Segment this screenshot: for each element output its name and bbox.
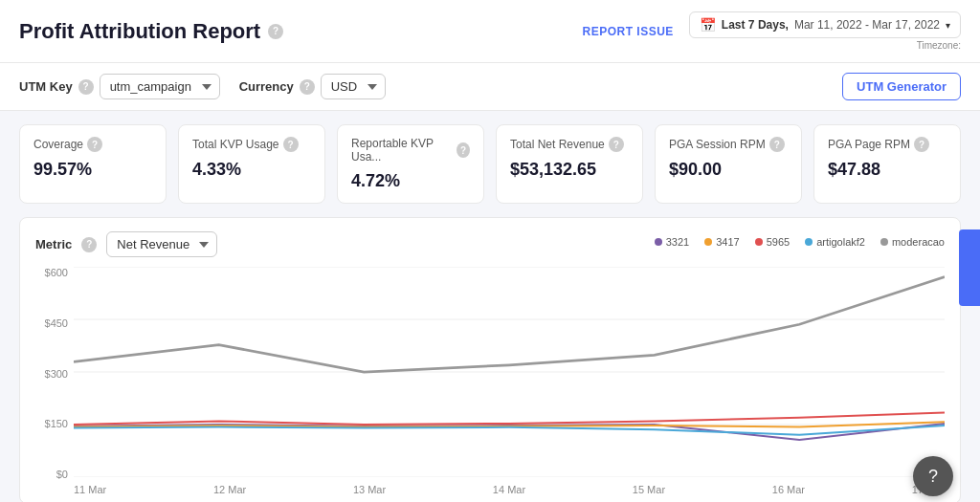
utm-key-group: UTM Key ? utm_campaign <box>19 74 220 99</box>
date-range-dates: Mar 11, 2022 - Mar 17, 2022 <box>794 18 940 32</box>
y-axis-label: $450 <box>35 317 68 329</box>
page-container: Profit Attribution Report ? REPORT ISSUE… <box>0 0 980 502</box>
x-axis-label: 16 Mar <box>772 484 805 495</box>
y-axis: $600$450$300$150$0 <box>35 267 74 502</box>
chart-line-moderacao <box>74 277 945 372</box>
utm-key-label: UTM Key <box>19 79 73 94</box>
legend-item: 5965 <box>755 236 790 248</box>
metric-help-icon[interactable]: ? <box>283 137 299 152</box>
legend-dot <box>805 238 813 246</box>
header-right: REPORT ISSUE 📅 Last 7 Days, Mar 11, 2022… <box>583 11 962 51</box>
legend-dot <box>655 238 662 246</box>
calendar-icon: 📅 <box>700 17 716 33</box>
legend-label: moderacao <box>892 236 945 248</box>
chart-legend: 332134175965artigolakf2moderacao <box>655 236 945 248</box>
x-axis-label: 14 Mar <box>493 484 525 495</box>
metric-card-title: Reportable KVP Usa... <box>351 137 453 164</box>
metric-card-header: Coverage ? <box>33 137 152 152</box>
metric-card-value: $53,132.65 <box>510 160 629 180</box>
legend-item: artigolakf2 <box>805 236 865 248</box>
metric-card-value: 4.33% <box>192 160 311 180</box>
metric-card: Reportable KVP Usa... ? 4.72% <box>337 124 484 204</box>
metric-help-icon[interactable]: ? <box>914 137 929 152</box>
metric-card-header: Total Net Revenue ? <box>510 137 629 152</box>
metric-card-title: PGA Session RPM <box>669 138 766 151</box>
metric-card: Total KVP Usage ? 4.33% <box>178 124 325 204</box>
metric-card-value: $47.88 <box>828 160 947 180</box>
legend-label: 3321 <box>666 236 689 248</box>
chart-area: 11 Mar12 Mar13 Mar14 Mar15 Mar16 Mar17 M… <box>74 267 945 502</box>
y-axis-label: $0 <box>35 469 68 480</box>
chart-svg <box>74 267 945 477</box>
page-title: Profit Attribution Report <box>19 19 260 44</box>
x-axis-label: 13 Mar <box>353 484 386 495</box>
metric-card: PGA Session RPM ? $90.00 <box>655 124 802 204</box>
y-axis-label: $600 <box>35 267 68 278</box>
metric-card-header: Reportable KVP Usa... ? <box>351 137 470 164</box>
y-axis-label: $150 <box>35 418 68 429</box>
toolbar-left: UTM Key ? utm_campaign Currency ? USD <box>19 74 386 99</box>
chart-body: $600$450$300$150$0 11 Mar12 Mar13 Mar14 … <box>35 267 945 502</box>
date-period-label: Last 7 Days, <box>722 18 789 32</box>
x-axis: 11 Mar12 Mar13 Mar14 Mar15 Mar16 Mar17 M… <box>74 480 945 502</box>
currency-help-icon[interactable]: ? <box>300 79 315 95</box>
metric-card-header: PGA Session RPM ? <box>669 137 788 152</box>
chevron-down-icon: ▾ <box>946 20 950 31</box>
header-left: Profit Attribution Report ? <box>19 19 283 44</box>
metric-card-value: $90.00 <box>669 160 788 180</box>
metric-card: PGA Page RPM ? $47.88 <box>813 124 961 204</box>
x-axis-label: 15 Mar <box>633 484 665 495</box>
y-axis-label: $300 <box>35 368 68 380</box>
metric-card-value: 99.57% <box>33 160 152 180</box>
fab-button[interactable]: ? <box>913 456 953 496</box>
legend-item: 3417 <box>704 236 739 248</box>
legend-dot <box>755 238 763 246</box>
currency-select[interactable]: USD <box>321 74 386 99</box>
currency-group: Currency ? USD <box>239 74 386 99</box>
chart-section: Metric ? Net Revenue 332134175965artigol… <box>19 217 961 502</box>
metric-label: Metric <box>35 237 72 251</box>
metric-card-value: 4.72% <box>351 171 470 191</box>
metric-select[interactable]: Net Revenue <box>106 231 217 257</box>
metric-card-title: Total Net Revenue <box>510 138 605 151</box>
metrics-row: Coverage ? 99.57% Total KVP Usage ? 4.33… <box>0 111 980 217</box>
legend-item: 3321 <box>655 236 689 248</box>
legend-label: 3417 <box>716 236 739 248</box>
metric-help-icon[interactable]: ? <box>769 137 785 152</box>
utm-generator-button[interactable]: UTM Generator <box>842 73 961 100</box>
metric-help-icon[interactable]: ? <box>457 142 470 158</box>
chart-line-5965 <box>74 413 945 425</box>
toolbar: UTM Key ? utm_campaign Currency ? USD UT… <box>0 63 980 111</box>
metric-card-title: Total KVP Usage <box>192 138 279 151</box>
x-axis-label: 11 Mar <box>74 484 106 495</box>
date-range-picker[interactable]: 📅 Last 7 Days, Mar 11, 2022 - Mar 17, 20… <box>689 11 961 38</box>
header: Profit Attribution Report ? REPORT ISSUE… <box>0 0 980 63</box>
timezone-label: Timezone: <box>689 40 961 51</box>
legend-item: moderacao <box>880 236 945 248</box>
utm-key-select[interactable]: utm_campaign <box>100 74 220 99</box>
metric-card-header: Total KVP Usage ? <box>192 137 311 152</box>
report-issue-button[interactable]: REPORT ISSUE <box>583 25 674 38</box>
metric-help-icon[interactable]: ? <box>81 237 97 252</box>
legend-dot <box>704 238 712 246</box>
metric-card: Coverage ? 99.57% <box>19 124 167 204</box>
legend-label: 5965 <box>767 236 790 248</box>
right-side-tab[interactable] <box>959 229 980 306</box>
metric-card-header: PGA Page RPM ? <box>828 137 947 152</box>
legend-dot <box>880 238 888 246</box>
legend-label: artigolakf2 <box>816 236 865 248</box>
metric-card-title: PGA Page RPM <box>828 138 910 151</box>
chart-header: Metric ? Net Revenue 332134175965artigol… <box>35 231 945 257</box>
metric-card-title: Coverage <box>33 138 83 151</box>
metric-help-icon[interactable]: ? <box>87 137 102 152</box>
utm-key-help-icon[interactable]: ? <box>78 79 94 95</box>
title-help-icon[interactable]: ? <box>268 24 283 39</box>
x-axis-label: 12 Mar <box>213 484 246 495</box>
metric-card: Total Net Revenue ? $53,132.65 <box>496 124 643 204</box>
currency-label: Currency <box>239 79 294 94</box>
metric-help-icon[interactable]: ? <box>609 137 624 152</box>
